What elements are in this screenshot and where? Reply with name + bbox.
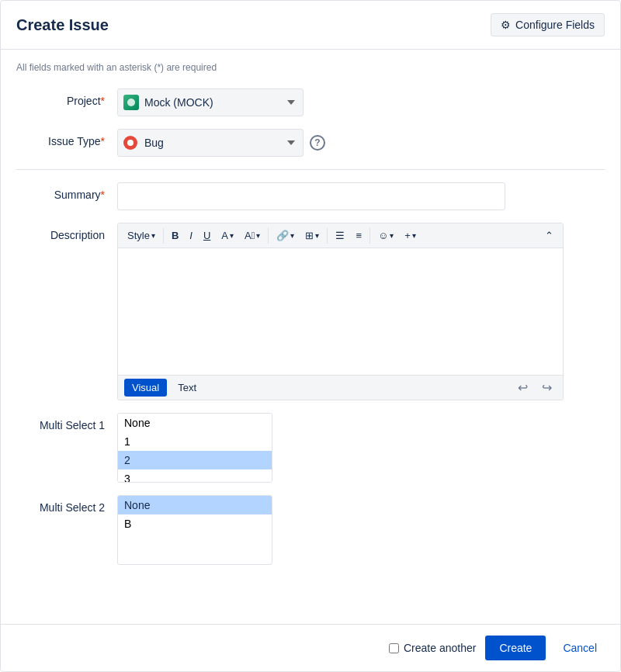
issue-type-select-wrapper: Bug Task Story Epic — [117, 129, 304, 157]
create-another-checkbox[interactable] — [389, 643, 399, 653]
collapse-button[interactable]: ⌃ — [540, 227, 558, 244]
multi-select-2-row: Multi Select 2 None B — [16, 495, 605, 565]
text-style-button[interactable]: A⃥ ▾ — [240, 227, 265, 244]
create-another-label[interactable]: Create another — [389, 642, 476, 654]
emoji-button[interactable]: ☺ ▾ — [373, 227, 398, 244]
summary-label: Summary* — [16, 182, 117, 201]
numbered-list-button[interactable]: ≡ — [351, 227, 366, 244]
link-icon: 🔗 — [276, 230, 289, 241]
cancel-button[interactable]: Cancel — [555, 636, 605, 660]
configure-fields-button[interactable]: ⚙ Configure Fields — [491, 13, 605, 36]
configure-fields-label: Configure Fields — [515, 19, 595, 31]
collapse-icon: ⌃ — [545, 230, 553, 241]
emoji-icon: ☺ — [378, 230, 388, 241]
modal-header: Create Issue ⚙ Configure Fields — [1, 1, 620, 50]
toolbar-separator-2 — [268, 228, 269, 244]
issue-type-label: Issue Type* — [16, 129, 117, 147]
style-chevron-icon: ▾ — [151, 231, 155, 240]
multi-select-1-field: None 1 2 3 4 — [117, 413, 605, 483]
bullet-list-button[interactable]: ☰ — [331, 227, 349, 244]
toolbar-separator-1 — [163, 228, 164, 244]
multi-select-2-label: Multi Select 2 — [16, 495, 117, 514]
create-issue-modal: Create Issue ⚙ Configure Fields All fiel… — [0, 0, 621, 672]
multi-select-1-row: Multi Select 1 None 1 2 3 4 — [16, 413, 605, 483]
multi-select-1-label: Multi Select 1 — [16, 413, 117, 431]
multi-select-1[interactable]: None 1 2 3 4 — [117, 413, 272, 483]
more-icon: + — [404, 230, 411, 241]
editor-footer: Visual Text ↩ ↪ — [118, 375, 563, 400]
table-icon: ⊞ — [305, 230, 314, 241]
modal-title: Create Issue — [16, 16, 109, 34]
project-field: Mock (MOCK) — [117, 88, 605, 116]
create-another-text: Create another — [404, 642, 476, 654]
project-icon — [123, 95, 139, 110]
issue-type-row: Issue Type* Bug Task Story Epic ? — [16, 129, 605, 157]
italic-button[interactable]: I — [185, 227, 197, 244]
summary-field — [117, 182, 605, 210]
modal-body: All fields marked with an asterisk (*) a… — [1, 50, 620, 624]
divider — [16, 169, 605, 170]
project-label: Project* — [16, 88, 117, 107]
link-button[interactable]: 🔗 ▾ — [272, 227, 299, 244]
more-button[interactable]: + ▾ — [400, 227, 421, 244]
style-button[interactable]: Style ▾ — [123, 227, 160, 244]
project-select-wrapper: Mock (MOCK) — [117, 88, 304, 116]
description-editor: Style ▾ B I U A ▾ A⃥ ▾ — [117, 223, 564, 400]
text-color-button[interactable]: A ▾ — [217, 227, 238, 244]
gear-icon: ⚙ — [501, 19, 511, 31]
issue-type-select[interactable]: Bug Task Story Epic — [117, 129, 304, 157]
description-row: Description Style ▾ B I U A ▾ — [16, 223, 605, 400]
summary-row: Summary* — [16, 182, 605, 210]
table-button[interactable]: ⊞ ▾ — [300, 227, 324, 244]
text-tab[interactable]: Text — [170, 379, 204, 397]
issue-type-wrapper: Bug Task Story Epic ? — [117, 129, 605, 157]
project-select[interactable]: Mock (MOCK) — [117, 88, 304, 116]
editor-actions: ↩ ↪ — [513, 379, 557, 397]
issue-type-field: Bug Task Story Epic ? — [117, 129, 605, 157]
project-row: Project* Mock (MOCK) — [16, 88, 605, 116]
text-color-icon: A — [221, 230, 228, 241]
help-icon[interactable]: ? — [310, 135, 325, 151]
multi-select-2-field: None B — [117, 495, 605, 565]
required-note: All fields marked with an asterisk (*) a… — [16, 62, 605, 73]
bullet-list-icon: ☰ — [335, 230, 345, 241]
editor-toolbar: Style ▾ B I U A ▾ A⃥ ▾ — [118, 223, 563, 248]
description-label: Description — [16, 223, 117, 241]
redo-button[interactable]: ↪ — [537, 379, 557, 397]
bug-icon — [123, 136, 137, 150]
toolbar-separator-4 — [369, 228, 370, 244]
editor-tabs: Visual Text — [124, 379, 204, 397]
description-textarea[interactable] — [118, 248, 563, 372]
toolbar-separator-3 — [327, 228, 328, 244]
summary-input[interactable] — [117, 182, 505, 210]
underline-button[interactable]: U — [199, 227, 215, 244]
modal-footer: Create another Create Cancel — [1, 624, 620, 671]
undo-button[interactable]: ↩ — [513, 379, 533, 397]
style-label: Style — [127, 230, 150, 241]
description-field: Style ▾ B I U A ▾ A⃥ ▾ — [117, 223, 605, 400]
text-style-icon: A⃥ — [245, 230, 255, 241]
numbered-list-icon: ≡ — [356, 230, 362, 241]
visual-tab[interactable]: Visual — [124, 379, 167, 397]
create-button[interactable]: Create — [485, 636, 546, 660]
multi-select-2[interactable]: None B — [117, 495, 272, 565]
bold-button[interactable]: B — [167, 227, 183, 244]
